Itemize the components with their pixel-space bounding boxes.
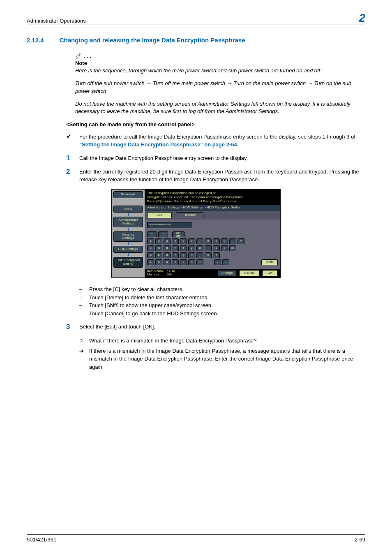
ellipsis-icon: ...: [83, 53, 93, 59]
key[interactable]: z: [147, 259, 154, 265]
note-p1: Here is the sequence, through which the …: [75, 67, 365, 75]
bookmark-button[interactable]: Bookmark: [113, 191, 143, 198]
passphrase-field[interactable]: ********************: [147, 222, 192, 228]
key[interactable]: u: [196, 245, 203, 251]
key[interactable]: h: [188, 252, 195, 258]
delete-key[interactable]: De- lete: [172, 231, 184, 237]
key[interactable]: a: [147, 252, 154, 258]
step-number: 1: [66, 155, 72, 162]
key[interactable]: n: [188, 259, 195, 265]
key[interactable]: k: [205, 252, 212, 258]
step-1: 1 Call the Image Data Encryption Passphr…: [66, 155, 365, 162]
panel-footer: 04/03/2007 Memory 14:16 0% Enlarg: [145, 269, 280, 278]
key[interactable]: r: [172, 245, 179, 251]
key[interactable]: /: [222, 259, 229, 265]
key[interactable]: -: [229, 238, 236, 244]
tab-release[interactable]: Release: [176, 212, 203, 218]
note-p3: Do not leave the machine with the settin…: [75, 100, 365, 116]
admin-settings-button[interactable]: Administrator Settings: [113, 217, 143, 227]
down-arrow-icon: ⬇: [127, 254, 130, 256]
key[interactable]: o: [213, 245, 220, 251]
key[interactable]: 7: [196, 238, 203, 244]
down-arrow-icon: ⬇: [127, 243, 130, 245]
header-left: Administrator Operations: [27, 18, 86, 24]
qa-block: ? What if there is a mismatch in the Ima…: [79, 337, 365, 371]
key[interactable]: e: [164, 245, 171, 251]
key[interactable]: b: [180, 259, 187, 265]
key[interactable]: 2: [155, 238, 162, 244]
step-number: 3: [66, 323, 72, 331]
key[interactable]: 0: [221, 238, 228, 244]
key[interactable]: y: [188, 245, 195, 251]
footer-mem-pct: 0%: [167, 273, 172, 276]
xref-link[interactable]: "Setting the Image Data Encryption Passp…: [79, 141, 237, 148]
utility-button[interactable]: Utility: [113, 206, 143, 213]
key[interactable]: s: [155, 252, 162, 258]
key[interactable]: 8: [205, 238, 212, 244]
keyboard-area: ******************** ← → De- lete 1 2 3 …: [145, 220, 280, 269]
tab-edit[interactable]: Edit: [147, 212, 172, 218]
page-header: Administrator Operations 2: [27, 12, 365, 25]
key[interactable]: f: [172, 252, 179, 258]
kb-row-3: a s d f g h j k l: [147, 252, 278, 258]
key[interactable]: .: [214, 259, 221, 265]
key[interactable]: m: [196, 259, 203, 265]
footer-page-number: 2-69: [355, 536, 365, 543]
panel-only-heading: <Setting can be made only from the contr…: [66, 121, 365, 127]
key[interactable]: 6: [188, 238, 195, 244]
key[interactable]: i: [205, 245, 212, 251]
key[interactable]: @: [229, 245, 236, 251]
step-number: 2: [66, 168, 72, 176]
hdd-settings-button[interactable]: HDD Settings: [113, 246, 143, 253]
list-item: Touch [Delete] to delete the last charac…: [89, 294, 209, 302]
cancel-button[interactable]: Cancel: [239, 270, 260, 276]
key[interactable]: 4: [172, 238, 179, 244]
list-item: Touch [Cancel] to go back to the HDD Set…: [89, 310, 218, 318]
note-p2: Turn off the sub power switch → Turn off…: [75, 80, 365, 95]
key[interactable]: q: [147, 245, 154, 251]
question-icon: ?: [79, 337, 85, 346]
security-settings-button[interactable]: Security Settings: [113, 231, 143, 242]
list-item: Press the [C] key to clear all character…: [89, 285, 184, 294]
key[interactable]: j: [196, 252, 203, 258]
dash-icon: –: [79, 294, 83, 302]
dash-icon: –: [79, 285, 83, 294]
footer-model: 501/421/361: [27, 536, 56, 543]
step-text: Call the Image Data Encryption Passphras…: [79, 155, 365, 162]
dash-icon: –: [79, 301, 83, 310]
hdd-encryption-button[interactable]: HDD Encryption Setting: [113, 257, 143, 268]
key[interactable]: t: [180, 245, 187, 251]
shift-key[interactable]: Shift: [261, 259, 278, 265]
enlarge-button[interactable]: Enlarge: [218, 270, 237, 276]
arrow-right-key[interactable]: →: [158, 231, 168, 237]
footer-time: 14:16: [167, 269, 175, 273]
arrow-right-icon: ➔: [79, 347, 85, 371]
step-2: 2 Enter the currently registered 20-digi…: [66, 168, 365, 184]
down-arrow-icon: ⬇: [127, 213, 130, 216]
check-text: For the procedure to call the Image Data…: [79, 133, 365, 149]
key[interactable]: w: [155, 245, 162, 251]
footer-mem-label: Memory: [147, 273, 159, 276]
section-number: 2.12.4: [27, 37, 44, 44]
key[interactable]: p: [221, 245, 228, 251]
key[interactable]: v: [172, 259, 179, 265]
footer-date: 04/03/2007: [147, 269, 164, 273]
step-text: Select the [Edit] and touch [OK].: [79, 323, 365, 331]
down-arrow-icon: ⬇: [127, 228, 130, 231]
qa-question: What if there is a mismatch in the Image…: [89, 337, 257, 346]
key[interactable]: 9: [213, 238, 220, 244]
key[interactable]: g: [180, 252, 187, 258]
key[interactable]: 1: [147, 238, 154, 244]
key[interactable]: c: [164, 259, 171, 265]
key[interactable]: ^: [238, 238, 244, 244]
key[interactable]: d: [164, 252, 171, 258]
kb-row-2: q w e r t y u i o p @: [147, 245, 278, 251]
qa-answer: If there is a mismatch in the Image Data…: [89, 347, 365, 371]
key[interactable]: l: [213, 252, 220, 258]
dash-icon: –: [79, 310, 83, 318]
key[interactable]: x: [155, 259, 162, 265]
arrow-left-key[interactable]: ←: [147, 231, 157, 237]
key[interactable]: 3: [164, 238, 171, 244]
ok-button[interactable]: OK: [262, 270, 278, 276]
key[interactable]: 5: [180, 238, 187, 244]
